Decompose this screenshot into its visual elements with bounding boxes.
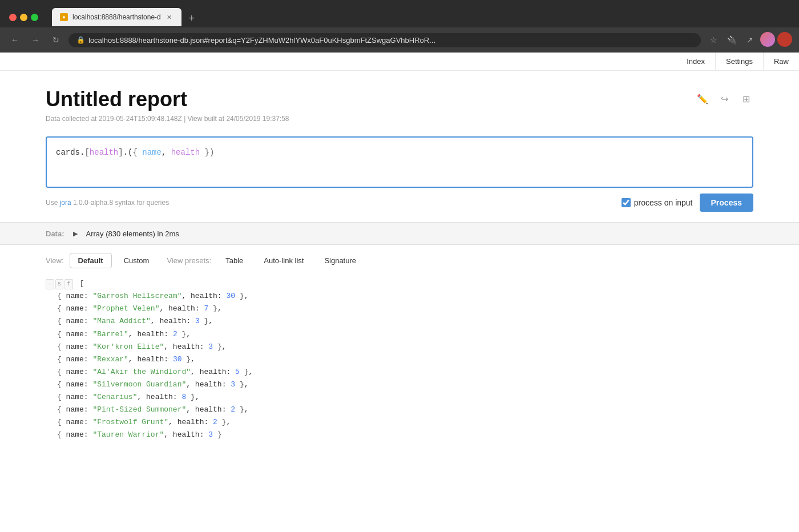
data-bar: Data: ▶ Array (830 elements) in 2ms	[0, 222, 799, 245]
query-text-name: name	[142, 148, 162, 157]
edit-icon[interactable]: ✏️	[695, 91, 710, 106]
tab-favicon: ●	[60, 13, 68, 21]
extension-button[interactable]: 🔌	[724, 32, 740, 48]
nav-actions: ☆ 🔌 ↗	[705, 32, 792, 48]
json-controls: - s f	[46, 279, 73, 289]
json-item-2: { name: "Mana Addict", health: 3 },	[46, 315, 753, 328]
report-meta: Data collected at 2019-05-24T15:09:48.14…	[46, 115, 289, 123]
extensions-icon[interactable]	[777, 32, 792, 47]
json-item-5: { name: "Rexxar", health: 30 },	[46, 353, 753, 366]
data-expand-button[interactable]: ▶	[70, 228, 80, 239]
star-button[interactable]: ☆	[705, 32, 721, 48]
query-footer: Use jora 1.0.0-alpha.8 syntax for querie…	[46, 194, 753, 212]
json-item-3: { name: "Barrel", health: 2 },	[46, 328, 753, 341]
traffic-lights	[9, 14, 38, 21]
data-value: Array (830 elements) in 2ms	[86, 229, 179, 238]
query-editor[interactable]: cards.[health].({ name, health })	[46, 136, 753, 188]
layout-icon[interactable]: ⊞	[739, 91, 753, 106]
json-open-line: - s f [	[46, 277, 753, 290]
report-area: Untitled report Data collected at 2019-0…	[0, 71, 799, 532]
report-header: Untitled report Data collected at 2019-0…	[0, 71, 799, 123]
share-report-icon[interactable]: ↪	[717, 91, 732, 106]
query-text-health: health	[90, 148, 118, 157]
view-section: View: Default Custom View presets: Table…	[0, 245, 799, 268]
query-code: cards.[health].({ name, health })	[56, 147, 743, 159]
process-on-input-label[interactable]: process on input	[622, 198, 693, 207]
report-title-area: Untitled report Data collected at 2019-0…	[46, 87, 289, 123]
view-table-button[interactable]: Table	[217, 253, 252, 268]
index-tab[interactable]: Index	[676, 53, 716, 70]
report-title: Untitled report	[46, 87, 289, 111]
process-button[interactable]: Process	[700, 194, 753, 212]
nav-bar: ← → ↻ 🔒 localhost:8888/hearthstone-db.js…	[0, 27, 799, 53]
view-default-button[interactable]: Default	[70, 253, 112, 268]
refresh-button[interactable]: ↻	[48, 32, 64, 48]
profile-avatar[interactable]	[760, 32, 775, 47]
json-item-8: { name: "Cenarius", health: 8 },	[46, 391, 753, 404]
view-signature-button[interactable]: Signature	[316, 253, 365, 268]
new-tab-button[interactable]: +	[184, 10, 200, 26]
view-bar: View: Default Custom View presets: Table…	[46, 253, 753, 268]
query-section: cards.[health].({ name, health }) Use jo…	[0, 123, 799, 212]
address-text: localhost:8888/hearthstone-db.json#repor…	[88, 36, 435, 45]
json-f-btn[interactable]: f	[64, 279, 73, 289]
view-presets-label: View presets:	[167, 256, 211, 265]
browser-tab[interactable]: ● localhost:8888/hearthstone-d ✕	[52, 8, 181, 26]
report-actions: ✏️ ↪ ⊞	[695, 87, 753, 106]
json-s-btn[interactable]: s	[55, 279, 64, 289]
lock-icon: 🔒	[76, 36, 85, 44]
close-button[interactable]	[9, 14, 17, 21]
share-button[interactable]: ↗	[742, 32, 758, 48]
json-item-1: { name: "Prophet Velen", health: 7 },	[46, 303, 753, 315]
tab-close-button[interactable]: ✕	[166, 13, 173, 21]
query-controls: process on input Process	[622, 194, 753, 212]
back-button[interactable]: ←	[7, 32, 23, 48]
json-item-9: { name: "Pint-Sized Summoner", health: 2…	[46, 404, 753, 416]
tab-bar: ● localhost:8888/hearthstone-d ✕ +	[52, 8, 200, 26]
query-hint: Use jora 1.0.0-alpha.8 syntax for querie…	[46, 199, 169, 207]
address-bar[interactable]: 🔒 localhost:8888/hearthstone-db.json#rep…	[68, 33, 701, 47]
page-content: Index Settings Raw Untitled report Data …	[0, 53, 799, 532]
jora-link[interactable]: jora	[60, 199, 71, 207]
title-bar: ● localhost:8888/hearthstone-d ✕ +	[0, 0, 799, 27]
json-output: - s f [ { name: "Garrosh Hellscream", he…	[0, 268, 799, 453]
json-item-0: { name: "Garrosh Hellscream", health: 30…	[46, 290, 753, 303]
top-toolbar: Index Settings Raw	[0, 53, 799, 71]
forward-button[interactable]: →	[27, 32, 43, 48]
settings-tab[interactable]: Settings	[716, 53, 764, 70]
tab-title: localhost:8888/hearthstone-d	[72, 13, 161, 21]
maximize-button[interactable]	[31, 14, 38, 21]
data-label: Data:	[46, 229, 64, 238]
json-item-7: { name: "Silvermoon Guardian", health: 3…	[46, 378, 753, 391]
json-item-4: { name: "Kor'kron Elite", health: 3 },	[46, 341, 753, 353]
hint-prefix: Use	[46, 199, 60, 207]
view-autolink-button[interactable]: Auto-link list	[255, 253, 312, 268]
browser-chrome: ● localhost:8888/hearthstone-d ✕ + ← → ↻…	[0, 0, 799, 53]
view-custom-button[interactable]: Custom	[115, 253, 158, 268]
view-label: View:	[46, 256, 64, 265]
json-collapse-btn[interactable]: -	[46, 279, 54, 289]
json-item-6: { name: "Al'Akir the Windlord", health: …	[46, 366, 753, 378]
query-text-health2: health	[171, 148, 200, 157]
query-text-cards: cards	[56, 148, 80, 157]
hint-suffix: 1.0.0-alpha.8 syntax for queries	[71, 199, 169, 207]
raw-tab[interactable]: Raw	[764, 53, 799, 70]
process-on-input-checkbox[interactable]	[622, 198, 631, 207]
json-item-11: { name: "Tauren Warrior", health: 3 }	[46, 429, 753, 441]
process-on-input-text: process on input	[634, 198, 693, 207]
minimize-button[interactable]	[20, 14, 27, 21]
json-item-10: { name: "Frostwolf Grunt", health: 2 },	[46, 416, 753, 429]
